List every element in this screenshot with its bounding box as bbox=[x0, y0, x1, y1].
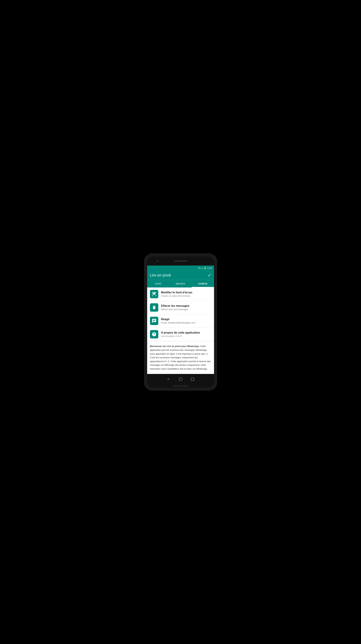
nav-recents-button[interactable] bbox=[191, 378, 194, 381]
phone-screen: 3G ▲ 🔋 11:55 Lire en privé ✓ CHAT IMAGES bbox=[147, 256, 214, 387]
clear-text: Effacer les messages Effacer tous vos me… bbox=[161, 304, 211, 310]
clock: 11:55 bbox=[207, 267, 212, 269]
signal-icon: 3G bbox=[198, 267, 201, 269]
info-text: Bienvenue sur Lire en privé pour WhatsAp… bbox=[150, 344, 211, 371]
info-body: Cette application permet la lecture des … bbox=[150, 345, 211, 370]
tab-images[interactable]: IMAGES bbox=[169, 280, 192, 288]
info-section: Bienvenue sur Lire en privé pour WhatsAp… bbox=[147, 341, 214, 374]
tabs-bar: CHAT IMAGES CONFIG bbox=[147, 280, 214, 288]
nav-home-button[interactable] bbox=[179, 378, 182, 381]
settings-item-about[interactable]: A propos de cette application Lire en pr… bbox=[147, 328, 214, 341]
network-bars-icon: ▲ bbox=[201, 267, 203, 269]
speaker bbox=[174, 260, 188, 262]
settings-item-wallpaper[interactable]: Modifier le fond d'écran Choisir un autr… bbox=[147, 288, 214, 301]
info-bold: Bienvenue sur Lire en privé pour WhatsAp… bbox=[150, 345, 200, 348]
status-icons: 3G ▲ 🔋 11:55 bbox=[198, 267, 212, 269]
settings-item-clear[interactable]: Effacer les messages Effacer tous vos me… bbox=[147, 301, 214, 314]
top-bezel bbox=[147, 256, 214, 266]
tab-config[interactable]: CONFIG bbox=[192, 280, 214, 288]
wallpaper-title: Modifier le fond d'écran bbox=[161, 291, 211, 294]
clear-title: Effacer les messages bbox=[161, 304, 211, 308]
bottom-bar bbox=[147, 384, 214, 388]
wallpaper-subtitle: Choisir un autre fond d'écran. bbox=[161, 294, 211, 297]
wallpaper-text: Modifier le fond d'écran Choisir un autr… bbox=[161, 291, 211, 297]
camera bbox=[157, 260, 158, 262]
react-text: Réagir Email: feedback@frankyapps.com bbox=[161, 318, 211, 324]
about-title: A propos de cette application bbox=[161, 331, 211, 334]
nav-back-button[interactable] bbox=[167, 378, 170, 381]
react-subtitle: Email: feedback@frankyapps.com bbox=[161, 322, 211, 324]
about-text: A propos de cette application Lire en pr… bbox=[161, 331, 211, 338]
settings-item-react[interactable]: Réagir Email: feedback@frankyapps.com bbox=[147, 314, 214, 328]
settings-list: Modifier le fond d'écran Choisir un autr… bbox=[147, 288, 214, 341]
question-icon bbox=[150, 330, 158, 338]
check-icon[interactable]: ✓ bbox=[208, 273, 211, 278]
wallpaper-icon bbox=[150, 290, 158, 298]
app-title: Lire en privé bbox=[150, 273, 171, 278]
bottom-nav bbox=[147, 374, 214, 384]
trash-icon bbox=[150, 303, 158, 312]
recents-square-icon bbox=[191, 378, 194, 381]
bottom-bar-line bbox=[173, 386, 188, 386]
screen-content: 3G ▲ 🔋 11:55 Lire en privé ✓ CHAT IMAGES bbox=[147, 266, 214, 374]
clear-subtitle: Effacer tous vos messages. bbox=[161, 308, 211, 310]
react-title: Réagir bbox=[161, 318, 211, 321]
message-icon bbox=[150, 317, 158, 325]
about-subtitle: Lire en privé v.1.9.27 bbox=[161, 335, 211, 338]
phone-frame: 3G ▲ 🔋 11:55 Lire en privé ✓ CHAT IMAGES bbox=[144, 253, 217, 390]
app-bar: Lire en privé ✓ bbox=[147, 271, 214, 280]
status-bar: 3G ▲ 🔋 11:55 bbox=[147, 266, 214, 271]
tab-chat[interactable]: CHAT bbox=[147, 280, 169, 288]
home-circle-icon bbox=[179, 378, 182, 381]
battery-icon: 🔋 bbox=[204, 267, 206, 269]
